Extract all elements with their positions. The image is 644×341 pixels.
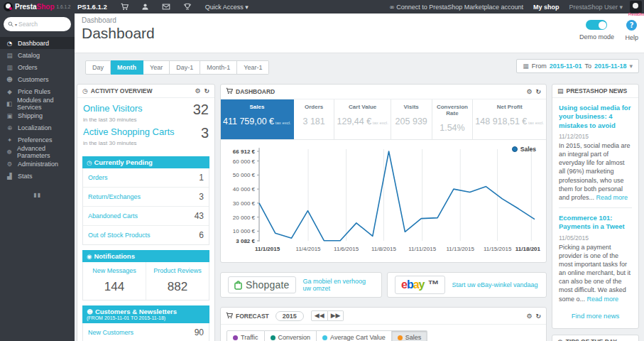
kpi-tab-sales[interactable]: Sales411 759,00 € tax excl.	[221, 99, 294, 139]
search-input[interactable]	[18, 21, 58, 28]
kpi-label: Net Profit	[475, 104, 544, 110]
metric-button-conversion[interactable]: Conversion	[265, 330, 317, 341]
metric-button-sales[interactable]: Sales	[392, 330, 428, 341]
stat-link[interactable]: Product Reviews	[153, 267, 202, 274]
kpi-suffix: tax excl.	[371, 121, 388, 125]
stat-count: 6	[199, 230, 204, 240]
metric-button-traffic[interactable]: Traffic	[227, 330, 265, 341]
next-year-button[interactable]: ▶▶	[328, 310, 344, 321]
sidebar: ▾ ◔Dashboard▤Catalog▥Orders☻Customers◆Pr…	[0, 13, 75, 341]
sidebar-item-advanced-parameters[interactable]: ☸Advanced Parameters	[0, 146, 75, 158]
kpi-tab-orders[interactable]: Orders3 181	[294, 99, 335, 139]
y-tick-label: 3 082 €	[236, 238, 255, 244]
refresh-icon[interactable]: ↻	[535, 313, 541, 320]
activity-sections: ◷Currently PendingOrders1Return/Exchange…	[77, 156, 214, 341]
gear-icon[interactable]: ⚙	[526, 313, 532, 320]
bell-icon: ◉	[87, 253, 92, 260]
sidebar-item-shipping[interactable]: ▣Shipping	[0, 109, 75, 121]
sidebar-item-catalog[interactable]: ▤Catalog	[0, 49, 75, 61]
read-more-link[interactable]: Read more	[596, 194, 628, 201]
stat-link[interactable]: Return/Exchanges	[88, 193, 141, 200]
sidebar-item-label: Price Rules	[18, 88, 50, 95]
sidebar-item-localization[interactable]: ⊕Localization	[0, 121, 75, 134]
cogs-icon: ☸	[6, 148, 13, 156]
chart-legend[interactable]: Sales	[512, 146, 536, 153]
kpi-tabs: Sales411 759,00 € tax excl.Orders3 181Ca…	[221, 99, 546, 140]
stat-label[interactable]: Active Shopping Carts	[83, 126, 175, 137]
credit-card-icon: ▥	[6, 64, 13, 71]
kpi-tab-cart-value[interactable]: Cart Value129,44 € tax excl.	[334, 99, 391, 139]
read-more-link[interactable]: Read more	[587, 296, 619, 303]
sidebar-item-stats[interactable]: ▟Stats	[0, 170, 75, 182]
stat-link[interactable]: Orders	[88, 174, 108, 181]
avatar-caption: PrestaShop	[628, 13, 643, 16]
stat-label[interactable]: Online Visitors	[83, 103, 143, 114]
ebay-promo-link[interactable]: Start uw eBay-winkel vandaag	[452, 281, 538, 288]
article-title-link[interactable]: Using social media for your business: 4 …	[559, 104, 632, 130]
sidebar-item-customers[interactable]: ☻Customers	[0, 73, 75, 85]
stat-link[interactable]: New Messages	[92, 267, 136, 274]
sidebar-item-label: Catalog	[18, 52, 40, 59]
ebay-logo-text: ebay	[401, 278, 425, 291]
range-button-year-1[interactable]: Year-1	[237, 60, 269, 75]
range-button-month-1[interactable]: Month-1	[200, 60, 237, 75]
sidebar-item-preferences[interactable]: ✦Preferences	[0, 134, 75, 146]
forecast-year[interactable]: 2015	[275, 311, 304, 321]
find-more-news-link[interactable]: Find more news	[559, 312, 632, 320]
stat-count: 144	[84, 280, 144, 294]
date-range-picker[interactable]: ▦ From2015-11-01 To2015-11-18 ▾	[516, 59, 639, 73]
trophy-icon[interactable]	[183, 3, 192, 11]
sidebar-item-orders[interactable]: ▥Orders	[0, 61, 75, 73]
sidebar-item-label: Shipping	[18, 112, 43, 119]
prestashop-logo[interactable]: PrestaShop 1.6.1.2	[0, 2, 75, 11]
sidebar-collapse-control[interactable]: ▮▮	[0, 192, 75, 198]
section-title: Notifications	[94, 252, 135, 260]
refresh-icon[interactable]: ↻	[204, 87, 209, 94]
module-promos: Shopgate Ga mobiel en verhoog uw omzet e…	[220, 272, 547, 298]
forecast-panel-title: FORECAST	[236, 313, 269, 320]
refresh-icon[interactable]: ↻	[535, 88, 541, 95]
brand-presta: Presta	[15, 3, 37, 11]
stat-link[interactable]: Out of Stock Products	[88, 232, 151, 239]
stat-count: 3	[199, 192, 204, 202]
user-avatar[interactable]: PrestaShop	[628, 1, 643, 16]
article-date: 11/05/2015	[559, 234, 632, 242]
previous-year-button[interactable]: ◀◀	[311, 310, 328, 321]
shopgate-promo-link[interactable]: Ga mobiel en verhoog uw omzet	[303, 278, 374, 292]
tips-panel-title: TIPS OF THE DAY	[566, 338, 617, 341]
range-button-year[interactable]: Year	[143, 60, 170, 75]
gear-icon[interactable]: ⚙	[195, 87, 200, 94]
my-shop-link[interactable]: My shop	[533, 4, 560, 11]
range-button-day[interactable]: Day	[85, 60, 111, 75]
range-button-month[interactable]: Month	[111, 60, 143, 75]
user-menu[interactable]: PrestaShop User ▾	[569, 4, 623, 11]
sidebar-item-price-rules[interactable]: ◆Price Rules	[0, 85, 75, 97]
range-button-day-1[interactable]: Day-1	[170, 60, 200, 75]
marketplace-link[interactable]: ∞ Connect to PrestaShop Marketplace acco…	[389, 4, 523, 11]
customers-icon[interactable]	[141, 3, 149, 11]
gear-icon[interactable]: ⚙	[526, 88, 532, 95]
stat-row-abandoned-carts: Abandoned Carts43	[83, 207, 209, 226]
sidebar-item-dashboard[interactable]: ◔Dashboard	[0, 37, 75, 49]
sidebar-item-modules-and-services[interactable]: ◧Modules and Services	[0, 97, 75, 109]
kpi-tab-visits[interactable]: Visits205 939	[391, 99, 432, 139]
help-icon[interactable]: ?	[626, 20, 637, 31]
kpi-value: 411 759,00 € tax excl.	[223, 117, 291, 126]
demo-mode-toggle[interactable]	[586, 20, 607, 30]
kpi-tab-conversion-rate[interactable]: Conversion Rate1.54%	[432, 99, 474, 139]
search-scope-caret[interactable]: ▾	[15, 22, 17, 27]
cart-icon[interactable]	[121, 3, 129, 11]
stat-link[interactable]: New Customers	[88, 329, 133, 336]
metric-button-average-cart-value[interactable]: Average Cart Value	[317, 330, 392, 341]
stat-value: 32	[193, 103, 209, 116]
avatar-image	[630, 1, 642, 13]
sidebar-search[interactable]: ▾	[4, 17, 71, 31]
messages-icon[interactable]	[162, 3, 170, 11]
sidebar-item-administration[interactable]: ⚙Administration	[0, 158, 75, 170]
activity-panel-title: ACTIVITY OVERVIEW	[91, 87, 153, 94]
article-title-link[interactable]: Ecommerce 101: Payments in a Tweet	[559, 214, 632, 232]
stat-link[interactable]: Abandoned Carts	[88, 212, 138, 220]
breadcrumb[interactable]: Dashboard	[82, 16, 637, 24]
kpi-tab-net-profit[interactable]: Net Profit148 918,51 € tax excl.	[473, 99, 546, 139]
quick-access-dropdown[interactable]: Quick Access ▾	[205, 4, 249, 11]
